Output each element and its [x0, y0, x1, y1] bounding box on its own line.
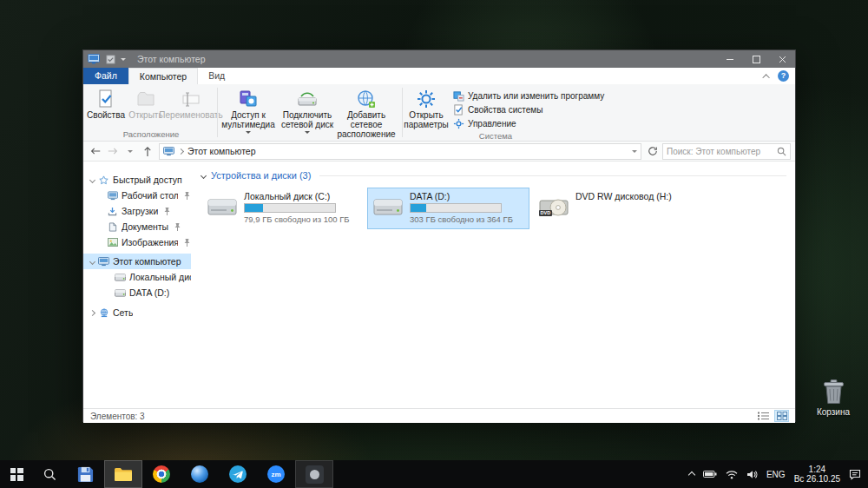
taskbar-app-chrome[interactable] [142, 460, 181, 488]
chevron-down-icon[interactable] [89, 258, 95, 264]
drive-tile-d[interactable]: DATA (D:) 303 ГБ свободно из 364 ГБ [367, 188, 529, 229]
network-wifi-icon[interactable] [726, 470, 738, 479]
uninstall-program-button[interactable]: Удалить или изменить программу [450, 90, 607, 102]
system-tray: ENG 1:24 Вс 26.10.25 [689, 460, 868, 488]
window-title: Этот компьютер [137, 54, 206, 64]
chevron-down-icon[interactable] [89, 176, 95, 182]
volume-icon[interactable] [746, 470, 758, 479]
address-this-pc-icon [163, 147, 174, 156]
tab-view[interactable]: Вид [198, 68, 235, 84]
details-view-icon[interactable] [757, 411, 770, 421]
uninstall-icon [453, 90, 464, 102]
globe-browser-icon [191, 465, 208, 483]
taskbar-app-telegram[interactable] [219, 460, 257, 488]
add-network-location-button[interactable]: Добавить сетевое расположение [337, 87, 396, 141]
address-dropdown-icon[interactable] [632, 150, 637, 155]
clock-date: Вс 26.10.25 [794, 474, 840, 485]
tab-computer[interactable]: Компьютер [128, 68, 198, 84]
breadcrumb-chevron-icon [178, 148, 184, 155]
pin-icon [183, 238, 191, 247]
sidebar-item-disk-d[interactable]: DATA (D:) [83, 285, 191, 300]
breadcrumb-path[interactable]: Этот компьютер [187, 146, 256, 156]
sidebar-item-disk-c[interactable]: Локальный диск (C: [83, 269, 191, 285]
maximize-button[interactable] [743, 50, 769, 68]
ribbon-collapse-icon[interactable] [762, 74, 769, 81]
minimize-button[interactable] [717, 50, 743, 68]
group-label-location: Расположение [86, 129, 216, 141]
rename-button[interactable]: Переименовать [166, 87, 216, 122]
devices-group-header[interactable]: Устройства и диски (3) [201, 168, 795, 182]
group-collapse-icon[interactable] [201, 172, 207, 178]
open-settings-label: Открыть параметры [404, 110, 449, 129]
taskbar-app-zoom[interactable]: zm [257, 460, 295, 488]
search-box[interactable] [662, 143, 791, 160]
forward-button[interactable] [105, 143, 121, 159]
hidden-icons-chevron-icon[interactable] [688, 472, 695, 478]
taskbar-app-floppy[interactable] [66, 460, 104, 488]
drive-free-space: 303 ГБ свободно из 364 ГБ [410, 214, 513, 224]
language-indicator[interactable]: ENG [766, 470, 786, 479]
content-pane: Устройства и диски (3) Локальный диск (C… [191, 162, 795, 408]
manage-button[interactable]: Управление [450, 118, 607, 129]
dvd-drive-icon: DVD [538, 195, 569, 221]
taskbar-app-browser[interactable] [181, 460, 219, 488]
start-button[interactable] [0, 460, 33, 488]
sidebar-item-desktop[interactable]: Рабочий стол [83, 188, 191, 203]
refresh-icon[interactable] [645, 143, 661, 159]
tab-file[interactable]: Файл [83, 68, 128, 84]
map-drive-button[interactable]: Подключить сетевой диск [278, 87, 337, 138]
sidebar-item-downloads[interactable]: Загрузки [83, 203, 191, 219]
capacity-fill [245, 204, 263, 212]
large-icons-view-icon[interactable] [775, 411, 788, 421]
pictures-icon [107, 237, 118, 247]
drive-name: DVD RW дисковод (H:) [575, 191, 672, 201]
drive-tile-c[interactable]: Локальный диск (C:) 79,9 ГБ свободно из … [201, 188, 364, 229]
sidebar-item-quick-access[interactable]: Быстрый доступ [83, 172, 191, 188]
drive-name: Локальный диск (C:) [244, 191, 350, 201]
recent-locations-icon[interactable] [122, 143, 138, 159]
properties-button[interactable]: Свойства [86, 87, 126, 122]
search-icon [777, 147, 786, 156]
sidebar-item-documents[interactable]: Документы [83, 219, 191, 234]
up-button[interactable] [140, 143, 155, 159]
group-header-rule [319, 175, 786, 176]
drive-tile-dvd[interactable]: DVD DVD RW дисковод (H:) [533, 188, 695, 229]
dvd-chip-label: DVD [539, 210, 552, 216]
hard-drive-icon [207, 195, 238, 221]
system-properties-button[interactable]: Свойства системы [450, 104, 607, 115]
sidebar-item-network[interactable]: Сеть [83, 305, 191, 320]
desktop: Этот компьютер Файл Компьютер Вид [0, 0, 868, 488]
action-center-icon[interactable] [849, 469, 861, 480]
taskbar-search-button[interactable] [33, 460, 66, 488]
close-button[interactable] [769, 50, 795, 68]
titlebar[interactable]: Этот компьютер [83, 50, 795, 68]
qat-properties-icon[interactable] [104, 54, 116, 65]
battery-icon[interactable] [703, 470, 717, 478]
clock[interactable]: 1:24 Вс 26.10.25 [794, 465, 840, 485]
rename-icon [181, 89, 201, 109]
devices-group-label: Устройства и диски (3) [211, 170, 311, 181]
search-input[interactable] [667, 147, 777, 156]
qat-dropdown-icon[interactable] [121, 58, 126, 63]
ribbon-group-location: Свойства Открыть Переименовать [86, 84, 216, 141]
ribbon: Свойства Открыть Переименовать [83, 84, 795, 142]
chevron-right-icon[interactable] [89, 309, 95, 315]
ribbon-separator [217, 88, 218, 137]
pictures-label: Изображения [122, 237, 178, 247]
address-bar[interactable]: Этот компьютер [159, 143, 641, 160]
zoom-icon: zm [267, 465, 285, 483]
taskbar-app-explorer[interactable] [104, 460, 142, 488]
help-icon[interactable] [778, 70, 789, 82]
map-drive-icon [297, 89, 318, 109]
capacity-bar [244, 203, 336, 213]
sidebar-item-pictures[interactable]: Изображения [83, 234, 191, 250]
open-settings-button[interactable]: Открыть параметры [404, 87, 449, 131]
back-button[interactable] [88, 143, 103, 159]
recycle-bin[interactable]: Корзина [807, 379, 859, 417]
sidebar-item-this-pc[interactable]: Этот компьютер [83, 254, 191, 269]
add-network-location-label: Добавить сетевое расположение [337, 110, 395, 139]
media-access-button[interactable]: Доступ к мультимедиа [219, 87, 278, 138]
taskbar-app-dark[interactable] [295, 460, 333, 488]
ribbon-separator [402, 88, 403, 137]
group-label-system: Система [404, 131, 588, 142]
